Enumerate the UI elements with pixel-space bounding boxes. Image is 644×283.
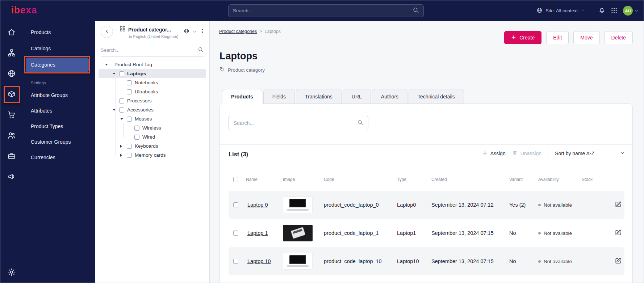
edit-pencil-icon [615,257,622,265]
product-type: Laptop1 [396,230,430,236]
delete-button[interactable]: Delete [605,31,633,44]
collapse-panel-button[interactable] [101,26,113,38]
checkbox[interactable] [119,98,124,104]
sidebar-item-products[interactable]: Products [26,25,89,39]
language-globe-icon[interactable] [184,28,189,35]
products-box-icon [7,90,16,100]
user-menu[interactable]: AU [623,6,639,16]
column-header-variant: Variant [508,177,537,182]
product-list-search-input[interactable] [234,120,357,126]
global-search[interactable] [228,4,424,17]
tree-search[interactable] [101,44,204,56]
product-list-search[interactable] [229,116,368,130]
caret-down-icon[interactable] [113,109,119,111]
create-button[interactable]: Create [504,31,541,44]
select-all-checkbox[interactable] [233,177,238,182]
sidebar-item-product-types[interactable]: Product Types [26,119,89,134]
checkbox[interactable] [127,117,132,122]
sort-dropdown[interactable]: Sort by name A-Z [555,150,625,157]
tree-node-keyboards[interactable]: Keyboards [99,142,206,151]
tree-node-product-root-tag[interactable]: Product Root Tag [99,60,206,69]
rail-home[interactable] [7,28,16,38]
row-checkbox[interactable] [233,231,238,236]
tree-node-wireless[interactable]: Wireless [99,123,206,132]
tree-node-accessories[interactable]: Accessories [99,105,206,114]
tab-authors[interactable]: Authors [372,89,407,104]
tree-node-label: Mouses [135,116,152,122]
caret-down-icon[interactable] [105,64,112,66]
tree-node-ultrabooks[interactable]: Ultrabooks [99,87,206,96]
product-variant: No [508,230,537,236]
product-name-link[interactable]: Laptop 10 [243,258,271,264]
tree-node-notebooks[interactable]: Notebooks [99,78,206,87]
caret-down-icon[interactable] [120,118,127,120]
unassign-button[interactable]: Unassign [512,150,541,157]
tab-url[interactable]: URL [343,89,371,104]
chevron-down-icon[interactable] [193,29,197,35]
category-tree-panel: Product categor... in English (United Ki… [95,21,210,283]
tab-fields[interactable]: Fields [263,89,295,104]
tree-node-laptops[interactable]: Laptops [99,69,206,78]
product-code: product_code_laptop_10 [322,258,396,264]
caret-right-icon[interactable] [120,145,127,148]
tree-node-mouses[interactable]: Mouses [99,114,206,123]
checkbox[interactable] [119,107,124,113]
sidebar-item-currencies[interactable]: Currencies [26,150,89,165]
checkbox[interactable] [134,135,139,140]
edit-pencil-icon [615,229,622,237]
tree-node-processors[interactable]: Processors [99,96,206,105]
breadcrumb-parent-link[interactable]: Product categories [219,29,257,34]
row-edit-button[interactable] [602,229,624,237]
sidebar-item-attribute-groups[interactable]: Attribute Groups [26,88,89,102]
checkbox[interactable] [119,71,124,76]
row-checkbox[interactable] [233,202,238,207]
checkbox[interactable] [127,144,132,149]
checkbox[interactable] [127,89,132,94]
rail-settings[interactable] [7,268,16,278]
row-edit-button[interactable] [602,201,624,209]
checkbox[interactable] [127,153,132,158]
tab-products[interactable]: Products [222,89,262,104]
assign-button[interactable]: Assign [482,151,506,157]
global-search-input[interactable] [233,8,413,13]
checkbox[interactable] [127,80,132,85]
caret-down-icon[interactable] [113,73,119,75]
rail-company[interactable] [7,152,16,161]
row-edit-button[interactable] [602,257,624,265]
tab-translations[interactable]: Translations [296,89,342,104]
sidebar-item-attributes[interactable]: Attributes [26,104,89,118]
commerce-sidebar: Products Catalogs Categories Settings At… [23,21,95,283]
apps-grid-icon[interactable] [611,8,617,14]
rail-customers[interactable] [7,131,16,141]
list-title: List (3) [229,151,248,158]
edit-button[interactable]: Edit [546,31,569,44]
tree-search-input[interactable] [101,47,198,53]
product-name-link[interactable]: Laptop 0 [243,202,268,208]
tree-node-memory-cards[interactable]: Memory cards [99,151,206,160]
checkbox[interactable] [134,126,139,131]
site-context-selector[interactable]: Site: All context [536,7,585,14]
column-header-code: Code [322,177,396,182]
table-row: Laptop 0 product_code_laptop_0 Laptop0 S… [229,191,624,219]
category-tag-icon [219,67,225,73]
rail-orders[interactable] [7,111,16,120]
ibexa-logo[interactable]: ibexa [11,5,37,16]
table-header-row: Name Image Code Type Created Variant Ava… [229,177,624,182]
move-button[interactable]: Move [573,31,599,44]
tab-technical-details[interactable]: Technical details [409,89,464,104]
main-content: Product categories > Laptops Create Edit… [210,21,644,283]
sidebar-item-customer-groups[interactable]: Customer Groups [26,135,89,149]
rail-site[interactable] [7,69,16,79]
kebab-menu-icon[interactable] [200,28,205,35]
sidebar-item-catalogs[interactable]: Catalogs [26,41,89,56]
sidebar-item-categories[interactable]: Categories [26,58,89,72]
rail-campaigns[interactable] [7,173,16,182]
product-name-link[interactable]: Laptop 1 [243,230,268,236]
row-checkbox[interactable] [233,259,238,264]
notifications-bell-icon[interactable] [598,7,605,14]
rail-content-tree[interactable] [7,49,16,58]
caret-right-icon[interactable] [120,154,127,157]
tree-node-wired[interactable]: Wired [99,132,206,142]
content-tree-icon [7,48,16,59]
rail-products[interactable] [7,90,16,100]
